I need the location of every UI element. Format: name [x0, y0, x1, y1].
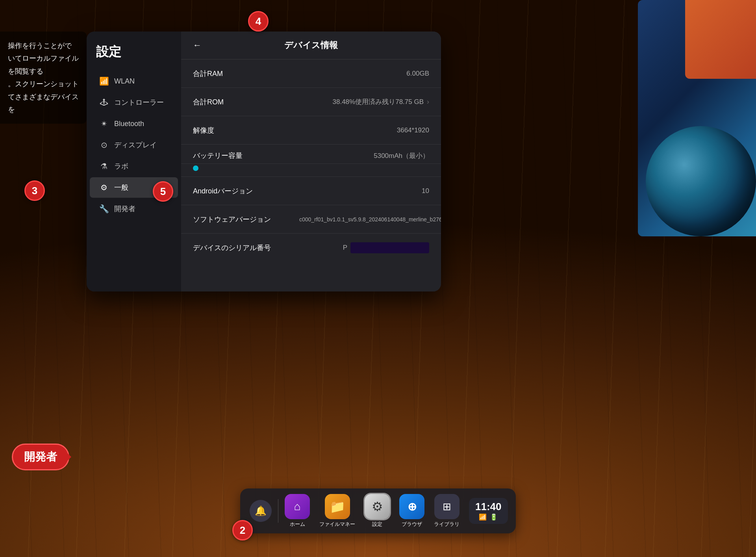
- resolution-label: 解像度: [193, 126, 214, 135]
- rom-value: 38.48%使用済み残り78.75 GB ›: [333, 97, 429, 106]
- battery-indicator-row: [181, 164, 441, 177]
- info-row-serial: デバイスのシリアル番号 P: [181, 234, 441, 262]
- left-text-line: 操作を行うことがで: [8, 39, 79, 52]
- serial-label: デバイスのシリアル番号: [193, 243, 271, 253]
- info-row-rom[interactable]: 合計ROM 38.48%使用済み残り78.75 GB ›: [181, 88, 441, 116]
- info-row-resolution: 解像度 3664*1920: [181, 116, 441, 145]
- sidebar-item-label: ラボ: [114, 162, 128, 171]
- taskbar-home[interactable]: ⌂ ホーム: [282, 492, 313, 529]
- ram-value: 6.00GB: [406, 70, 429, 78]
- sidebar-item-label: コントローラー: [114, 98, 164, 107]
- developer-callout-text: 開発者: [24, 451, 57, 463]
- serial-redacted: [350, 242, 429, 253]
- taskbar-notification[interactable]: 🔔: [246, 498, 275, 524]
- gear-icon: ⚙: [372, 499, 383, 514]
- developer-callout: 開発者: [12, 444, 69, 470]
- clock-widget: 11:40 📶 🔋: [469, 498, 508, 524]
- home-app-icon: ⌂: [285, 494, 310, 519]
- left-text-line: 。スクリーンショット: [8, 78, 79, 90]
- annotation-badge-3: 3: [24, 180, 45, 201]
- lab-icon: ⚗: [99, 162, 109, 171]
- sidebar-item-label: ディスプレイ: [114, 140, 157, 150]
- sidebar-item-display[interactable]: ⊙ ディスプレイ: [90, 135, 178, 155]
- sidebar-item-wlan[interactable]: 📶 WLAN: [90, 71, 178, 91]
- battery-value: 5300mAh（最小）: [374, 151, 429, 160]
- display-icon: ⊙: [99, 140, 109, 150]
- battery-status-icon: 🔋: [490, 513, 498, 521]
- sidebar-item-label: Bluetooth: [114, 120, 144, 128]
- left-text-line: を閲覧する: [8, 65, 79, 78]
- settings-app-icon: ⚙: [365, 494, 390, 519]
- developer-icon: 🔧: [99, 204, 109, 214]
- library-app-label: ライブラリ: [434, 521, 460, 528]
- main-content-title: デバイス情報: [208, 39, 414, 51]
- clock-time: 11:40: [475, 501, 502, 512]
- android-value: 10: [422, 187, 429, 195]
- notification-icon: 🔔: [250, 500, 272, 522]
- taskbar-library[interactable]: ⊞ ライブラリ: [431, 492, 463, 529]
- taskbar-browser[interactable]: ⊕ ブラウザ: [396, 492, 428, 529]
- info-row-ram: 合計RAM 6.00GB: [181, 59, 441, 88]
- browser-app-icon: ⊕: [399, 494, 424, 519]
- sidebar-item-label: WLAN: [114, 77, 135, 85]
- sidebar-item-bluetooth[interactable]: ✴ Bluetooth: [90, 113, 178, 134]
- taskbar: 🔔 ⌂ ホーム 📁 ファイルマネー ⚙ 設定 ⊕ ブラウザ ⊞ ライブラリ: [240, 488, 516, 533]
- sidebar-item-controller[interactable]: 🕹 コントローラー: [90, 92, 178, 113]
- left-text-panel: 操作を行うことがで いてローカルファイル を閲覧する 。スクリーンショット てさ…: [0, 32, 87, 124]
- controller-icon: 🕹: [99, 98, 109, 107]
- info-row-battery: バッテリー容量 5300mAh（最小）: [181, 145, 441, 164]
- taskbar-divider: [278, 499, 278, 523]
- sidebar-item-developer[interactable]: 🔧 開発者: [90, 199, 178, 219]
- serial-prefix: P: [343, 244, 347, 252]
- taskbar-settings[interactable]: ⚙ 設定: [361, 492, 393, 529]
- orange-box: [685, 0, 756, 79]
- home-app-label: ホーム: [290, 521, 305, 528]
- right-panel: [638, 0, 756, 236]
- resolution-value: 3664*1920: [397, 126, 429, 134]
- annotation-badge-5: 5: [153, 181, 173, 202]
- android-label: Androidバージョン: [193, 186, 253, 196]
- rom-label: 合計ROM: [193, 97, 224, 107]
- annotation-badge-2: 2: [232, 520, 253, 540]
- battery-indicator-dot: [193, 165, 198, 171]
- main-content-header: ← デバイス情報: [181, 32, 441, 59]
- bluetooth-icon: ✴: [99, 119, 109, 128]
- left-text-line: いてローカルファイル: [8, 52, 79, 65]
- software-value: c000_rf01_bv1.0.1_sv5.9.8_202406140048_m…: [299, 216, 429, 223]
- files-app-label: ファイルマネー: [319, 521, 355, 528]
- sidebar-item-label: 一般: [114, 183, 128, 192]
- settings-app-label: 設定: [372, 521, 382, 528]
- sidebar-item-label: 開発者: [114, 204, 135, 214]
- library-app-icon: ⊞: [434, 494, 460, 519]
- browser-app-label: ブラウザ: [402, 521, 422, 528]
- general-icon: ⚙: [99, 183, 109, 192]
- earth-visual: [646, 126, 756, 236]
- info-row-android: Androidバージョン 10: [181, 177, 441, 205]
- settings-sidebar: 設定 📶 WLAN 🕹 コントローラー ✴ Bluetooth ⊙ ディスプレイ…: [87, 32, 181, 291]
- serial-value-area: P: [343, 242, 429, 253]
- annotation-badge-4: 4: [248, 11, 269, 32]
- settings-window: 設定 📶 WLAN 🕹 コントローラー ✴ Bluetooth ⊙ ディスプレイ…: [87, 32, 441, 291]
- left-text-line: てさまざまなデバイスを: [8, 91, 79, 116]
- ram-label: 合計RAM: [193, 69, 223, 78]
- back-button[interactable]: ←: [193, 40, 202, 50]
- settings-title: 設定: [87, 43, 181, 70]
- developer-callout-bubble: 開発者: [12, 444, 69, 470]
- sidebar-item-lab[interactable]: ⚗ ラボ: [90, 156, 178, 176]
- software-label: ソフトウェアバージョン: [193, 215, 271, 224]
- clock-status-icons: 📶 🔋: [479, 513, 498, 521]
- battery-label: バッテリー容量: [193, 151, 243, 160]
- taskbar-files[interactable]: 📁 ファイルマネー: [316, 492, 358, 529]
- info-row-software: ソフトウェアバージョン c000_rf01_bv1.0.1_sv5.9.8_20…: [181, 205, 441, 234]
- main-content-area: ← デバイス情報 合計RAM 6.00GB 合計ROM 38.48%使用済み残り…: [181, 32, 441, 291]
- wlan-icon: 📶: [99, 76, 109, 86]
- wifi-status-icon: 📶: [479, 513, 487, 521]
- chevron-right-icon: ›: [427, 98, 429, 106]
- files-app-icon: 📁: [325, 494, 350, 519]
